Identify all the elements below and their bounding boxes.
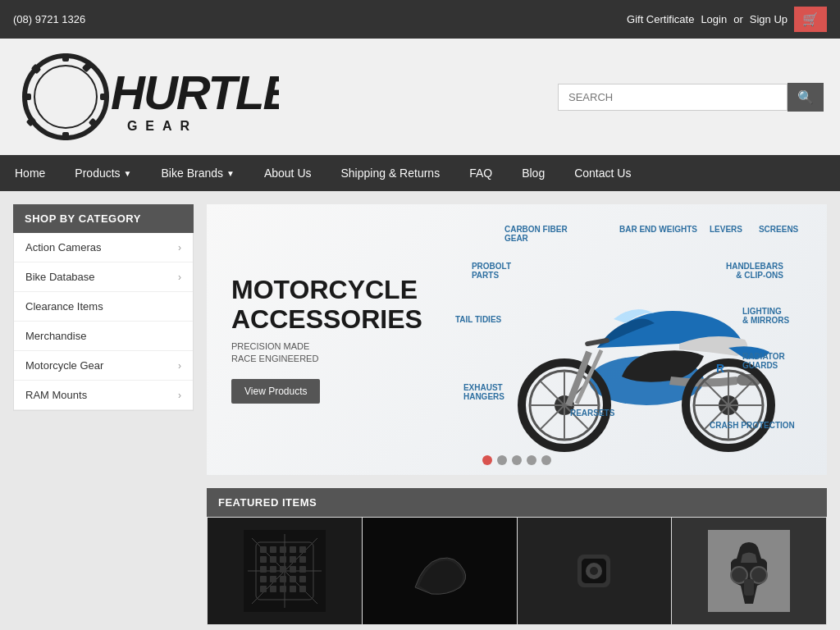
featured-title: FEATURED ITEMS [207, 488, 827, 517]
chevron-right-icon: › [178, 390, 181, 401]
svg-rect-40 [280, 546, 286, 553]
phone-number: (08) 9721 1326 [13, 13, 85, 25]
svg-text:HURTLE: HURTLE [111, 66, 279, 119]
sidebar-item-motorcycle-gear[interactable]: Motorcycle Gear › [14, 351, 193, 381]
sidebar-item-clearance[interactable]: Clearance Items [14, 292, 193, 322]
svg-point-68 [590, 567, 598, 575]
logo-area: HURTLE GEAR [16, 52, 279, 142]
chevron-down-icon: ▼ [226, 169, 235, 178]
nav-shipping[interactable]: Shipping & Returns [326, 155, 455, 191]
sidebar-item-ram-mounts[interactable]: RAM Mounts › [14, 381, 193, 410]
nav-about[interactable]: About Us [249, 155, 326, 191]
svg-rect-50 [280, 566, 286, 573]
label-rearsets: REARSETS [570, 409, 614, 418]
banner-dots [482, 455, 551, 465]
dot-3[interactable] [512, 455, 522, 465]
svg-rect-52 [299, 566, 306, 573]
nav-blog[interactable]: Blog [507, 155, 559, 191]
svg-rect-55 [280, 576, 286, 582]
svg-rect-39 [270, 546, 276, 553]
cart-button[interactable]: 🛒 [794, 7, 827, 32]
svg-rect-43 [260, 556, 267, 563]
dot-1[interactable] [482, 455, 492, 465]
product-card-1[interactable] [207, 517, 362, 625]
featured-grid [207, 517, 827, 625]
search-input[interactable] [558, 84, 788, 111]
or-text: or [733, 13, 743, 25]
sidebar-title: SHOP BY CATEGORY [13, 204, 194, 233]
product-illustration-1 [244, 530, 326, 612]
label-bar-end-weights: BAR END WEIGHTS [619, 225, 697, 234]
featured-section: FEATURED ITEMS [207, 488, 827, 625]
view-products-button[interactable]: View Products [231, 379, 320, 404]
label-tail-tidies: TAIL TIDIES [455, 315, 501, 324]
product-card-3[interactable] [517, 517, 672, 625]
nav-faq[interactable]: FAQ [454, 155, 507, 191]
svg-rect-46 [290, 556, 296, 563]
svg-rect-53 [260, 576, 267, 582]
svg-rect-60 [280, 586, 286, 592]
svg-point-1 [34, 66, 97, 128]
dot-5[interactable] [541, 455, 551, 465]
chevron-right-icon: › [178, 242, 181, 253]
product-card-4[interactable] [671, 517, 827, 625]
hero-banner: MOTORCYCLE ACCESSORIES PRECISION MADE RA… [207, 204, 827, 475]
svg-rect-2 [62, 53, 69, 62]
svg-rect-58 [260, 586, 267, 592]
label-crash-protection: CRASH PROTECTION [710, 421, 795, 430]
logo: HURTLE GEAR [16, 52, 279, 142]
svg-rect-47 [299, 556, 306, 563]
nav-bike-brands[interactable]: Bike Brands ▼ [147, 155, 249, 191]
nav-products[interactable]: Products ▼ [60, 155, 146, 191]
banner-image-area: R CARBON FIBERGEAR BAR END WEIGHTS LEVER… [439, 217, 802, 463]
label-lighting: LIGHTING& MIRRORS [742, 307, 789, 325]
svg-rect-3 [62, 132, 69, 140]
label-radiator-guards: RADIATORGUARDS [742, 352, 785, 370]
svg-rect-72 [744, 579, 754, 596]
search-area: 🔍 [558, 83, 824, 112]
top-bar: (08) 9721 1326 Gift Certificate Login or… [0, 0, 840, 39]
svg-rect-42 [299, 546, 306, 553]
svg-rect-41 [290, 546, 296, 553]
sidebar: SHOP BY CATEGORY Action Cameras › Bike D… [13, 204, 194, 625]
svg-text:R: R [716, 362, 724, 375]
nav-contact[interactable]: Contact Us [559, 155, 646, 191]
svg-text:GEAR: GEAR [127, 119, 198, 133]
product-illustration-4 [708, 530, 790, 612]
gift-certificate-link[interactable]: Gift Certificate [627, 13, 694, 25]
nav-home[interactable]: Home [0, 155, 60, 191]
svg-rect-5 [100, 94, 108, 100]
label-carbon-fiber: CARBON FIBERGEAR [504, 225, 568, 243]
banner-inner: MOTORCYCLE ACCESSORIES PRECISION MADE RA… [207, 204, 827, 475]
product-image-2 [363, 518, 517, 624]
svg-rect-62 [299, 586, 306, 592]
sidebar-item-bike-database[interactable]: Bike Database › [14, 262, 193, 292]
svg-rect-38 [260, 546, 267, 553]
svg-rect-59 [270, 586, 276, 592]
product-card-2[interactable] [362, 517, 517, 625]
svg-rect-44 [270, 556, 276, 563]
label-screens: SCREENS [759, 225, 798, 234]
svg-rect-4 [23, 94, 31, 100]
search-button[interactable]: 🔍 [788, 83, 824, 112]
svg-rect-45 [280, 556, 286, 563]
label-levers: LEVERS [710, 225, 742, 234]
svg-rect-61 [290, 586, 296, 592]
label-probolt: PROBOLTPARTS [472, 262, 511, 280]
svg-rect-57 [299, 576, 306, 582]
product-illustration-3 [553, 530, 635, 612]
sidebar-item-merchandise[interactable]: Merchandise [14, 322, 193, 351]
hurtle-gear-logo: HURTLE GEAR [16, 52, 279, 142]
signup-link[interactable]: Sign Up [750, 13, 788, 25]
label-handlebars: HANDLEBARS& CLIP-ONS [726, 262, 783, 280]
product-image-3 [518, 518, 672, 624]
sidebar-item-action-cameras[interactable]: Action Cameras › [14, 233, 193, 262]
dot-2[interactable] [497, 455, 507, 465]
dot-4[interactable] [527, 455, 536, 465]
chevron-down-icon: ▼ [124, 169, 132, 178]
product-image-4 [672, 518, 826, 624]
login-link[interactable]: Login [701, 13, 727, 25]
svg-rect-48 [260, 566, 267, 573]
product-illustration-2 [399, 530, 481, 612]
label-exhaust: EXHAUSTHANGERS [463, 383, 504, 401]
